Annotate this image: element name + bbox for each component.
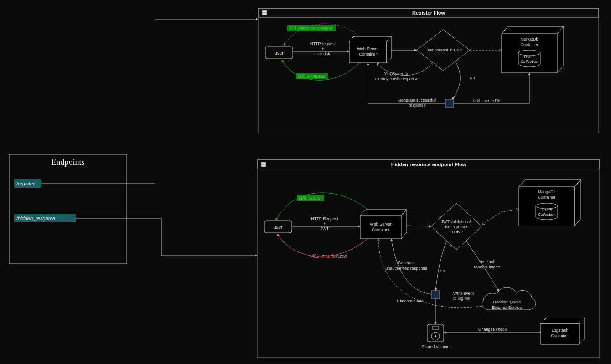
- svg-text:Shared Volume: Shared Volume: [421, 344, 450, 349]
- svg-text:User present In DB?: User present In DB?: [425, 48, 462, 52]
- svg-text:Container: Container: [372, 227, 389, 232]
- svg-text:HTTP request: HTTP request: [310, 41, 336, 46]
- svg-text:+: +: [323, 221, 326, 226]
- svg-rect-75: [427, 324, 444, 342]
- svg-text:response: response: [409, 103, 425, 108]
- endpoint-hidden[interactable]: /hidden_resource: [14, 214, 76, 222]
- hidden-flow-panel: Hidden resource endpoint Flow user HTTP …: [257, 160, 600, 358]
- svg-text:JWT: JWT: [321, 226, 329, 231]
- svg-marker-22: [557, 26, 564, 73]
- diagram-canvas: Endpoints /register /hidden_resource Reg…: [0, 0, 611, 364]
- node-webserver-register[interactable]: Web Server Container: [349, 36, 391, 63]
- register-flow-title: Register Flow: [412, 10, 445, 15]
- svg-text:already exists response: already exists response: [375, 77, 419, 81]
- svg-text:MongoDb: MongoDb: [520, 37, 538, 41]
- svg-text:Collection: Collection: [538, 212, 556, 217]
- svg-text:/register: /register: [16, 181, 35, 186]
- svg-marker-15: [387, 36, 391, 63]
- svg-text:201,resource created: 201,resource created: [289, 26, 332, 31]
- collapse-icon-2[interactable]: [261, 162, 266, 167]
- svg-text:Container: Container: [520, 42, 538, 47]
- svg-text:Random Quote: Random Quote: [493, 300, 521, 304]
- node-mongo-register[interactable]: MongoDb Container Users Collection: [502, 26, 564, 73]
- node-mongo-hidden[interactable]: MongoDb Container Users Collection: [519, 179, 581, 226]
- svg-marker-21: [502, 26, 564, 34]
- hidden-flow-title: Hidden resource endpoint Flow: [391, 162, 466, 167]
- svg-text:Changes check: Changes check: [478, 327, 507, 332]
- svg-text:User's present: User's present: [443, 225, 470, 229]
- svg-text:Container: Container: [551, 333, 569, 338]
- svg-text:Users: Users: [524, 55, 535, 59]
- svg-text:user: user: [274, 225, 283, 230]
- svg-text:unauthorized response: unauthorized response: [385, 266, 427, 271]
- svg-text:Users: Users: [541, 208, 552, 212]
- svg-rect-0: [9, 154, 127, 264]
- svg-text:in DB ?: in DB ?: [450, 230, 463, 234]
- svg-text:MongoDb: MongoDb: [538, 190, 555, 194]
- svg-text:HTTP Request: HTTP Request: [311, 216, 338, 221]
- svg-marker-47: [360, 210, 407, 216]
- collapse-icon[interactable]: [262, 10, 267, 15]
- node-junction-register: [445, 99, 454, 108]
- svg-text:+: +: [321, 46, 324, 51]
- endpoint-register[interactable]: /register: [14, 179, 41, 188]
- tag-201: 201,resource created: [287, 25, 336, 31]
- svg-text:External Service: External Service: [492, 305, 522, 310]
- svg-marker-56: [519, 179, 581, 187]
- svg-text:Add user to Db: Add user to Db: [473, 98, 500, 103]
- svg-marker-57: [575, 179, 581, 226]
- endpoints-title: Endpoints: [51, 158, 84, 167]
- tag-200: 200, quote: [297, 195, 324, 201]
- edge-endpoints-hidden: [76, 218, 257, 256]
- svg-text:Write event: Write event: [453, 291, 474, 296]
- svg-text:user data: user data: [314, 51, 331, 56]
- svg-text:random image: random image: [474, 265, 500, 269]
- svg-text:No: No: [440, 269, 445, 273]
- svg-text:Yes,fetch: Yes,fetch: [479, 260, 496, 264]
- svg-text:to log file: to log file: [453, 296, 470, 301]
- svg-text:Web Server: Web Server: [357, 46, 378, 51]
- svg-point-77: [435, 335, 436, 337]
- svg-text:Collection: Collection: [520, 59, 539, 64]
- svg-text:No: No: [470, 76, 475, 80]
- svg-marker-82: [541, 318, 585, 323]
- node-logstash[interactable]: Logstash Container: [541, 318, 585, 344]
- endpoints-panel: Endpoints /register /hidden_resource: [9, 154, 127, 264]
- node-junction-hidden: [431, 291, 440, 299]
- svg-text:Web Server: Web Server: [370, 222, 391, 226]
- svg-text:Container: Container: [359, 52, 377, 56]
- svg-text:/hidden_resource: /hidden_resource: [16, 215, 55, 221]
- tag-202: 202,accepted: [296, 73, 328, 79]
- svg-text:Random quote: Random quote: [397, 299, 424, 303]
- svg-text:Logstash: Logstash: [552, 328, 569, 333]
- svg-text:Generate successfull: Generate successfull: [398, 98, 436, 103]
- register-flow-panel: Register Flow user HTTP request + user d…: [258, 8, 599, 133]
- node-webserver-hidden[interactable]: Web Server Container: [360, 210, 407, 239]
- svg-text:202,accepted: 202,accepted: [297, 74, 325, 79]
- svg-text:user: user: [274, 51, 284, 56]
- svg-marker-14: [349, 36, 391, 41]
- svg-text:Yes,Generate: Yes,Generate: [384, 72, 409, 76]
- svg-text:JWT validation &: JWT validation &: [441, 220, 471, 224]
- svg-text:Container: Container: [538, 195, 555, 200]
- svg-text:200, quote: 200, quote: [298, 195, 321, 200]
- svg-text:Generate: Generate: [398, 261, 415, 265]
